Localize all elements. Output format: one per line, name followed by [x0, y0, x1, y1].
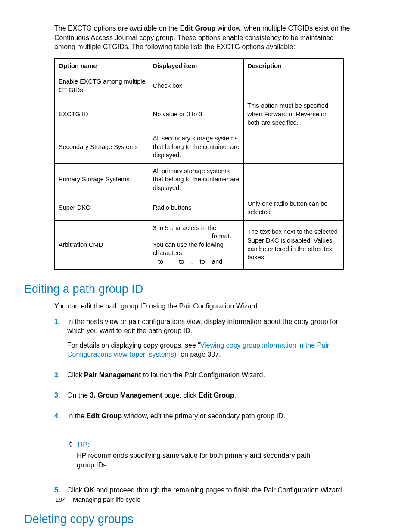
tip-inner: TIP: HP recommends specifying same value… [67, 436, 324, 476]
table-cell: EXCTG ID [55, 98, 149, 131]
table-cell: 3 to 5 characters in the format. You can… [149, 220, 243, 270]
step-body: On the 3. Group Management page, click E… [67, 391, 356, 405]
intro-text-prefix: The EXCTG options are available on the [54, 25, 180, 32]
lightbulb-icon [67, 441, 74, 448]
table-cell: Check box [149, 74, 243, 98]
table-cell [244, 74, 343, 98]
exctg-options-table: Option name Displayed item Description E… [54, 58, 344, 271]
table-row: Arbitration CMD 3 to 5 characters in the… [55, 220, 343, 270]
svg-point-0 [69, 443, 72, 446]
svg-line-3 [73, 442, 73, 443]
col-header-option-name: Option name [55, 58, 149, 74]
step2-suffix: to launch the Pair Configuration Wizard. [141, 371, 265, 379]
table-cell: All primary storage systems that belong … [149, 163, 243, 196]
svg-line-2 [68, 442, 68, 443]
step5-suffix: and proceed through the remaining pages … [94, 486, 344, 494]
intro-edit-group-bold: Edit Group [180, 25, 216, 32]
tip-text: HP recommends specifying same value for … [77, 451, 324, 470]
exctg-options-table-wrap: Option name Displayed item Description E… [54, 58, 356, 271]
table-row: Secondary Storage Systems All secondary … [55, 131, 343, 164]
heading-deleting-copy-groups: Deleting copy groups [24, 511, 356, 527]
table-cell: The text box next to the selected Super … [244, 220, 343, 270]
step3-mid: page, click [162, 392, 199, 399]
tip-block: TIP: HP recommends specifying same value… [67, 436, 324, 476]
page-body: The EXCTG options are available on the E… [54, 24, 356, 532]
table-header-row: Option name Displayed item Description [55, 58, 343, 74]
table-cell: This option must be specified when Forwa… [244, 98, 343, 131]
tip-rule-bottom [67, 476, 324, 476]
step1-text: In the hosts view or pair configurations… [67, 317, 356, 336]
page-footer: 194 Managing pair life cycle [55, 495, 140, 504]
step3-bold2: Edit Group [199, 392, 234, 399]
table-cell: Primary Storage Systems [55, 163, 149, 196]
step4-bold: Edit Group [86, 412, 122, 420]
step5-bold: OK [84, 486, 94, 494]
section1-steps: 1. In the hosts view or pair configurati… [54, 317, 356, 426]
step-number: 5. [54, 485, 67, 495]
list-item: 3. On the 3. Group Management page, clic… [54, 391, 356, 405]
step2-prefix: Click [67, 371, 84, 379]
step5-prefix: Click [67, 486, 84, 494]
tip-label-row: TIP: [67, 440, 324, 450]
table-row: Enable EXCTG among multiple CT-GIDs Chec… [55, 74, 343, 98]
table-row: Super DKC Radio buttons Only one radio b… [55, 196, 343, 220]
step-number: 2. [54, 370, 67, 380]
step4-text: In the Edit Group window, edit the prima… [67, 411, 356, 421]
col-header-description: Description [244, 58, 343, 74]
list-item: 2. Click Pair Management to launch the P… [54, 370, 356, 385]
page-number: 194 [55, 495, 66, 504]
chapter-title: Managing pair life cycle [73, 495, 140, 504]
table-cell: Secondary Storage Systems [55, 131, 149, 164]
table-cell: Enable EXCTG among multiple CT-GIDs [55, 74, 149, 98]
step-number: 4. [54, 411, 67, 421]
step-body: In the hosts view or pair configurations… [67, 317, 356, 364]
table-cell: No value or 0 to 3 [149, 98, 243, 131]
heading-editing-path-group-id: Editing a path group ID [24, 281, 356, 297]
table-cell [244, 163, 343, 196]
table-cell: Radio buttons [149, 196, 243, 220]
table-cell: Arbitration CMD [55, 220, 149, 270]
table-cell: Super DKC [55, 196, 149, 220]
step-number: 1. [54, 317, 67, 327]
table-row: Primary Storage Systems All primary stor… [55, 163, 343, 196]
list-item: 4. In the Edit Group window, edit the pr… [54, 411, 356, 426]
list-item: 1. In the hosts view or pair configurati… [54, 317, 356, 364]
table-cell: Only one radio button can be selected [244, 196, 343, 220]
table-cell [244, 131, 343, 164]
step3-text: On the 3. Group Management page, click E… [67, 391, 356, 400]
table-cell: All secondary storage systems that belon… [149, 131, 243, 164]
section1-intro: You can edit the path group ID using the… [54, 302, 356, 311]
step2-text: Click Pair Management to launch the Pair… [67, 370, 356, 380]
step3-prefix: On the [67, 392, 90, 399]
step2-bold: Pair Management [84, 371, 141, 379]
col-header-displayed-item: Displayed item [149, 58, 243, 74]
step4-suffix: window, edit the primary or secondary pa… [122, 412, 285, 420]
step4-prefix: In the [67, 412, 86, 420]
tip-label: TIP: [77, 440, 89, 450]
step3-suffix: . [234, 392, 236, 399]
step5-text: Click OK and proceed through the remaini… [67, 485, 356, 495]
step1b-prefix: For details on displaying copy groups, s… [67, 342, 200, 349]
step1-detail: For details on displaying copy groups, s… [67, 341, 356, 359]
table-row: EXCTG ID No value or 0 to 3 This option … [55, 98, 343, 131]
step-body: In the Edit Group window, edit the prima… [67, 411, 356, 426]
intro-paragraph: The EXCTG options are available on the E… [54, 24, 356, 52]
step1b-suffix: ” on page 307. [176, 351, 221, 358]
step-number: 3. [54, 391, 67, 400]
step-body: Click Pair Management to launch the Pair… [67, 370, 356, 385]
step3-bold1: 3. Group Management [90, 392, 162, 399]
